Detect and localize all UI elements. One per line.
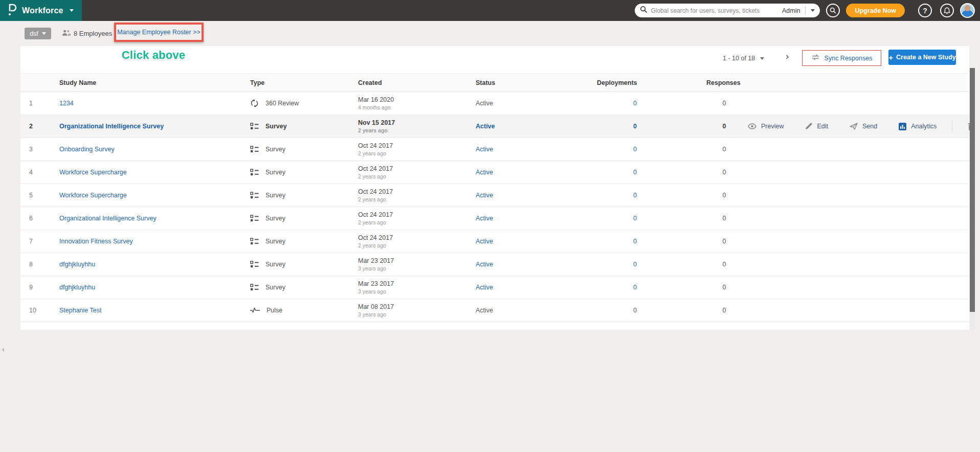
product-switcher[interactable]: Workforce: [0, 0, 82, 21]
search-scope-select[interactable]: Admin: [777, 6, 806, 15]
deployments-link[interactable]: 0: [633, 169, 637, 176]
deployments-link[interactable]: 0: [633, 284, 637, 291]
table-row[interactable]: 3 Onboarding Survey Survey Oct 24 2017 2…: [20, 138, 969, 161]
list-icon: [250, 237, 259, 245]
row-index: 2: [20, 123, 59, 130]
created-ago: 2 years ago: [358, 242, 476, 248]
table-row[interactable]: 4 Workforce Supercharge Survey Oct 24 20…: [20, 161, 969, 184]
study-type-label: Survey: [265, 261, 285, 268]
table-scrollbar[interactable]: [970, 68, 975, 330]
created-date: Oct 24 2017: [358, 165, 476, 172]
send-button[interactable]: Send: [850, 123, 877, 130]
header-deployments: Deployments: [597, 79, 637, 86]
deployments-link[interactable]: 0: [633, 123, 637, 130]
eye-icon: [748, 123, 756, 129]
table-row[interactable]: 5 Workforce Supercharge Survey Oct 24 20…: [20, 184, 969, 207]
table-row[interactable]: 8 dfghjkluyhhu Survey Mar 23 2017 3 year…: [20, 253, 969, 276]
status-text: Active: [476, 192, 493, 199]
chevron-down-icon: [811, 9, 815, 12]
actions-divider: [952, 120, 952, 133]
study-type-label: Survey: [265, 146, 285, 153]
study-name-link[interactable]: 1234: [59, 100, 74, 107]
study-type-label: 360 Review: [265, 100, 299, 107]
table-row[interactable]: 1 1234 360 Review Mar 16 2020 4 months a…: [20, 92, 969, 115]
collapse-panel-chevron[interactable]: ‹: [2, 345, 5, 353]
circular-arrows-icon: [250, 99, 259, 108]
deployments-link[interactable]: 0: [633, 238, 637, 245]
circular-arrows-icon: [250, 99, 259, 108]
status-text: Active: [476, 238, 493, 245]
edit-button[interactable]: Edit: [805, 123, 828, 130]
team-selector[interactable]: dsf: [25, 28, 51, 39]
sync-responses-button[interactable]: Sync Responses: [802, 50, 881, 66]
created-date: Oct 24 2017: [358, 234, 476, 241]
help-button[interactable]: ?: [918, 4, 932, 17]
study-type-label: Survey: [265, 284, 285, 291]
row-index: 5: [20, 192, 59, 199]
created-ago: 2 years ago: [358, 219, 476, 225]
list-icon: [250, 260, 259, 268]
row-index: 1: [20, 100, 59, 107]
table-row[interactable]: 6 Organizational Intelligence Survey Sur…: [20, 207, 969, 230]
analytics-button[interactable]: Analytics: [899, 123, 937, 130]
notifications-button[interactable]: [940, 4, 954, 17]
study-type-label: Survey: [265, 123, 287, 130]
study-type-label: Survey: [265, 169, 285, 176]
list-icon: [250, 237, 259, 245]
responses-count: 0: [723, 215, 726, 222]
manage-roster-link[interactable]: Manage Employee Roster >>: [117, 29, 201, 36]
created-date: Oct 24 2017: [358, 211, 476, 218]
study-name-link[interactable]: Workforce Supercharge: [59, 169, 127, 176]
chevron-down-icon: [760, 57, 764, 60]
global-search-input[interactable]: [648, 7, 777, 14]
table-row[interactable]: 2 Organizational Intelligence Survey Sur…: [20, 115, 969, 138]
deployments-link[interactable]: 0: [633, 146, 637, 153]
deployments-link[interactable]: 0: [633, 100, 637, 107]
create-study-button[interactable]: + Create a New Study: [888, 50, 956, 65]
list-icon: [250, 145, 259, 153]
created-date: Nov 15 2017: [358, 119, 476, 126]
status-text: Active: [476, 169, 493, 176]
deployments-link[interactable]: 0: [633, 261, 637, 268]
list-icon: [250, 283, 259, 291]
pagination[interactable]: 1 - 10 of 18: [723, 55, 764, 62]
manage-roster-highlight-box: Manage Employee Roster >>: [114, 22, 204, 42]
table-row[interactable]: 10 Stephanie Test Pulse Mar 08 2017 3 ye…: [20, 299, 969, 322]
plus-icon: +: [888, 53, 893, 62]
search-scope-value: Admin: [782, 7, 800, 14]
responses-count: 0: [723, 284, 726, 291]
study-name-link[interactable]: Stephanie Test: [59, 307, 101, 314]
header-created: Created: [358, 79, 476, 86]
edit-label: Edit: [817, 123, 828, 130]
created-ago: 3 years ago: [358, 288, 476, 295]
topbar-actions: Admin Upgrade Now ?: [635, 3, 980, 18]
study-name-link[interactable]: dfghjkluyhhu: [59, 284, 95, 291]
search-button[interactable]: [826, 4, 840, 17]
search-scope-caret[interactable]: [806, 4, 820, 17]
study-name-link[interactable]: Onboarding Survey: [59, 146, 115, 153]
upgrade-button[interactable]: Upgrade Now: [846, 4, 905, 17]
study-name-link[interactable]: Organizational Intelligence Survey: [59, 215, 157, 222]
study-name-link[interactable]: Organizational Intelligence Survey: [59, 123, 164, 130]
scrollbar-thumb[interactable]: [970, 68, 975, 312]
search-icon: [640, 6, 648, 15]
chevron-down-icon: [42, 32, 46, 35]
team-selector-value: dsf: [30, 30, 38, 37]
study-name-link[interactable]: dfghjkluyhhu: [59, 261, 95, 268]
next-page-button[interactable]: ›: [786, 51, 789, 62]
study-name-link[interactable]: Innovation Fitness Survey: [59, 238, 133, 245]
deployments-link[interactable]: 0: [633, 215, 637, 222]
deployments-link[interactable]: 0: [633, 192, 637, 199]
created-date: Oct 24 2017: [358, 188, 476, 195]
user-avatar[interactable]: [960, 3, 975, 18]
topbar: Workforce Admin Upgrade Now ?: [0, 0, 980, 21]
list-icon: [250, 168, 259, 176]
study-name-link[interactable]: Workforce Supercharge: [59, 192, 127, 199]
deployments-link[interactable]: 0: [633, 307, 637, 314]
created-ago: 3 years ago: [358, 265, 476, 272]
preview-button[interactable]: Preview: [748, 123, 784, 130]
table-row[interactable]: 9 dfghjkluyhhu Survey Mar 23 2017 3 year…: [20, 276, 969, 299]
global-search[interactable]: Admin: [635, 4, 820, 17]
pencil-icon: [805, 123, 812, 130]
table-row[interactable]: 7 Innovation Fitness Survey Survey Oct 2…: [20, 230, 969, 253]
